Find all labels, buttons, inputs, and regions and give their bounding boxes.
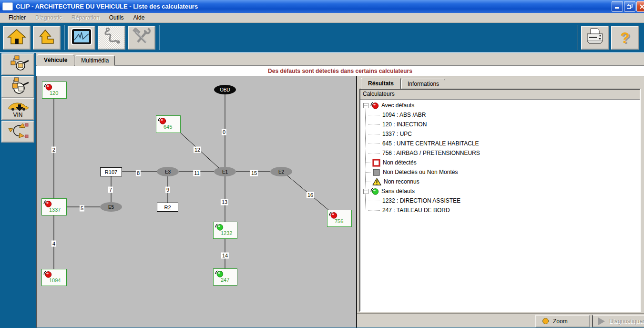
architecture-search-button[interactable] bbox=[1, 53, 34, 75]
ecu-node-label: 120 bbox=[50, 90, 58, 96]
tree-item[interactable]: 120 : INJECTION bbox=[363, 120, 640, 129]
tab-véhicule[interactable]: Véhicule bbox=[37, 54, 74, 66]
play-icon bbox=[598, 318, 605, 325]
ecu-node-label: 247 bbox=[221, 277, 229, 283]
tree-item[interactable]: 1094 : ABS /ABR bbox=[363, 110, 640, 120]
ecu-node-1094[interactable]: 1094 bbox=[41, 269, 67, 286]
toolbar: ? bbox=[0, 23, 644, 53]
tree-category-label: Non Détectés ou Non Montés bbox=[383, 169, 458, 175]
ecu-node-label: 1094 bbox=[49, 277, 61, 283]
architecture-zoom-icon bbox=[7, 77, 30, 97]
tree-stub bbox=[366, 172, 370, 173]
ecu-node-756[interactable]: 756 bbox=[327, 210, 352, 227]
tools-button[interactable] bbox=[128, 26, 155, 50]
architecture-search-icon bbox=[7, 54, 30, 74]
edge-label-13: 13 bbox=[221, 199, 228, 205]
collapse-icon[interactable] bbox=[363, 103, 368, 108]
tree-category[interactable]: Non détectés bbox=[363, 158, 640, 167]
tree-item[interactable]: 1232 : DIRECTION ASSISTEE bbox=[363, 196, 640, 205]
tab-informations[interactable]: Informations bbox=[401, 79, 445, 89]
edge-label-5: 5 bbox=[80, 205, 84, 212]
edge-label-12: 12 bbox=[194, 147, 201, 153]
diagnose-button-label: Diagnostiquer bbox=[609, 318, 644, 325]
tree-item-label: 756 : AIRBAG / PRETENSIONNEURS bbox=[382, 150, 480, 156]
titlebar: CLIP - ARCHITECTURE DU VEHICULE - Liste … bbox=[0, 0, 644, 13]
calculateurs-tree: Avec défauts1094 : ABS /ABR120 : INJECTI… bbox=[360, 100, 640, 215]
window-controls bbox=[612, 1, 644, 12]
tree-item[interactable]: 645 : UNITE CENTRALE HABITACLE bbox=[363, 139, 640, 148]
minimize-icon[interactable] bbox=[612, 1, 623, 12]
toolbar-separator bbox=[64, 25, 65, 50]
home-button[interactable] bbox=[3, 26, 31, 50]
restore-icon[interactable] bbox=[624, 1, 635, 12]
tree-item-label: 645 : UNITE CENTRALE HABITACLE bbox=[382, 140, 479, 147]
tree-item-label: 1094 : ABS /ABR bbox=[382, 112, 426, 118]
tree-item[interactable]: 247 : TABLEAU DE BORD bbox=[363, 205, 640, 215]
edge-label-14: 14 bbox=[221, 253, 229, 259]
tree-item[interactable]: 756 : AIRBAG / PRETENSIONNEURS bbox=[363, 148, 640, 158]
connector-node-E5: E5 bbox=[100, 202, 122, 212]
ecu-node-1232[interactable]: 1232 bbox=[213, 222, 237, 239]
toolbar-separator bbox=[577, 25, 578, 50]
edge-label-9: 9 bbox=[165, 187, 170, 193]
edge-label-0: 0 bbox=[222, 129, 226, 135]
up-level-icon bbox=[37, 28, 56, 47]
tree-item-label: 247 : TABLEAU DE BORD bbox=[382, 207, 450, 214]
tree-item[interactable]: 1337 : UPC bbox=[363, 129, 640, 139]
bottom-bar: Zoom Diagnostiquer bbox=[357, 313, 644, 328]
refresh-cycle-button[interactable] bbox=[1, 121, 34, 143]
square-red-outline-icon bbox=[372, 159, 380, 167]
tree-item-label: 1337 : UPC bbox=[382, 131, 412, 137]
tree-category-label: Non reconnus bbox=[384, 178, 419, 185]
edge-label-8: 8 bbox=[136, 170, 141, 176]
warning-triangle-icon bbox=[372, 178, 381, 186]
close-icon[interactable] bbox=[636, 1, 644, 12]
ecu-node-120[interactable]: 120 bbox=[42, 82, 67, 99]
ecu-node-247[interactable]: 247 bbox=[213, 268, 237, 286]
edge-label-2: 2 bbox=[51, 147, 56, 153]
tree-item-label: 120 : INJECTION bbox=[382, 121, 427, 128]
tree-category-label: Non détectés bbox=[383, 159, 417, 166]
tree-category[interactable]: Sans défauts bbox=[363, 186, 640, 196]
menu-aide[interactable]: Aide bbox=[128, 13, 149, 22]
oscilloscope-button[interactable] bbox=[68, 26, 95, 50]
up-level-button[interactable] bbox=[33, 26, 61, 50]
square-gray-icon bbox=[372, 168, 380, 176]
ecu-node-1337[interactable]: 1337 bbox=[41, 198, 67, 215]
connector-node-E3: E3 bbox=[157, 167, 179, 176]
led-red-icon bbox=[370, 101, 379, 110]
connector-node-E1: E1 bbox=[214, 167, 236, 176]
print-button[interactable] bbox=[581, 26, 609, 50]
relay-node-R2: R2 bbox=[157, 203, 178, 212]
warning-bar: Des défauts sont détectés dans certains … bbox=[36, 65, 644, 76]
tree-category[interactable]: Avec défauts bbox=[363, 101, 640, 110]
ecu-node-label: 1337 bbox=[49, 207, 61, 213]
edge-label-16: 16 bbox=[307, 192, 314, 198]
menu-outils[interactable]: Outils bbox=[104, 13, 129, 22]
zoom-button[interactable]: Zoom bbox=[535, 315, 590, 328]
tab-multimédia[interactable]: Multimédia bbox=[75, 55, 115, 66]
tab-résultats[interactable]: Résultats bbox=[361, 78, 401, 89]
wiring-test-button[interactable] bbox=[98, 26, 125, 50]
vin-button[interactable]: VIN bbox=[1, 98, 34, 120]
tree-category[interactable]: Non reconnus bbox=[363, 177, 640, 186]
diagnose-button[interactable]: Diagnostiquer bbox=[592, 315, 644, 328]
toolbar-separator bbox=[159, 25, 160, 50]
ecu-node-label: 1232 bbox=[221, 230, 232, 236]
help-button[interactable]: ? bbox=[611, 26, 639, 50]
menu-réparation: Réparation bbox=[67, 13, 104, 22]
sidebar: VIN bbox=[0, 53, 36, 328]
wiring-test-icon bbox=[102, 27, 121, 48]
help-icon: ? bbox=[620, 30, 630, 45]
ecu-node-label: 645 bbox=[164, 124, 172, 130]
menu-fichier[interactable]: Fichier bbox=[4, 13, 31, 22]
calculateurs-listpanel: Calculateurs Avec défauts1094 : ABS /ABR… bbox=[359, 89, 641, 312]
relay-node-R107: R107 bbox=[100, 167, 122, 176]
oscilloscope-icon bbox=[71, 28, 92, 48]
ecu-node-645[interactable]: 645 bbox=[156, 115, 181, 133]
architecture-zoom-button[interactable] bbox=[1, 76, 34, 98]
results-panel: RésultatsInformations Calculateurs Avec … bbox=[357, 76, 644, 328]
tree-category[interactable]: Non Détectés ou Non Montés bbox=[363, 167, 640, 177]
edge-label-15: 15 bbox=[250, 170, 258, 176]
collapse-icon[interactable] bbox=[363, 189, 368, 194]
